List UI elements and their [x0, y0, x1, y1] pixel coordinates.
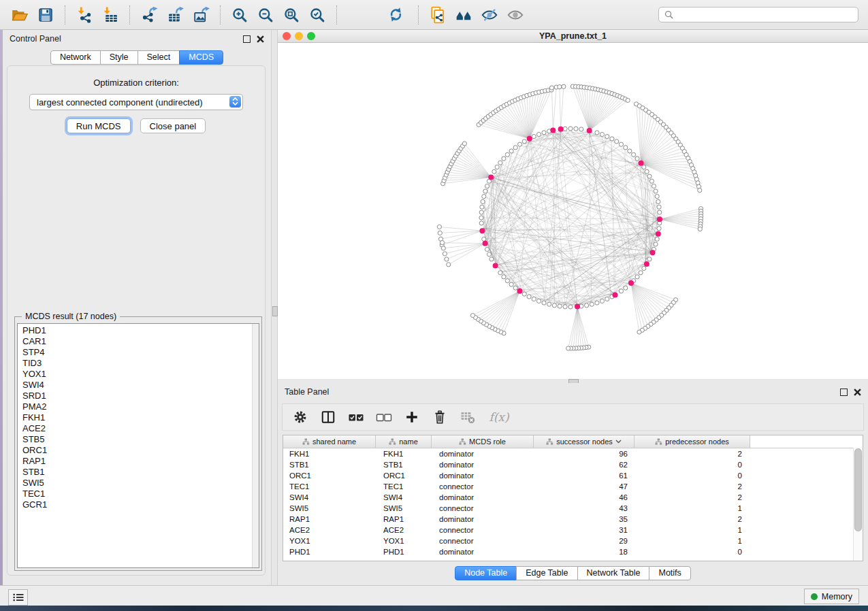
- mcds-node[interactable]: [488, 175, 494, 180]
- mcds-node[interactable]: [628, 280, 634, 286]
- mcds-node[interactable]: [550, 128, 556, 133]
- show-columns-button[interactable]: [320, 409, 336, 425]
- network-node[interactable]: [513, 286, 517, 290]
- mcds-result-item[interactable]: SRD1: [22, 391, 259, 401]
- network-node[interactable]: [522, 292, 526, 296]
- network-node[interactable]: [628, 149, 632, 153]
- network-leaf-node[interactable]: [441, 246, 445, 250]
- table-cell[interactable]: dominator: [432, 461, 534, 469]
- mcds-node[interactable]: [613, 292, 618, 297]
- mcds-result-item[interactable]: TEC1: [22, 489, 259, 499]
- network-node[interactable]: [483, 189, 487, 193]
- network-node[interactable]: [632, 152, 636, 156]
- mcds-node[interactable]: [639, 161, 644, 166]
- close-panel-button-mcds[interactable]: Close panel: [140, 118, 206, 133]
- mcds-node[interactable]: [558, 127, 564, 132]
- table-cell[interactable]: ACE2: [283, 526, 376, 534]
- table-cell[interactable]: dominator: [432, 472, 534, 480]
- table-cell[interactable]: connector: [432, 526, 534, 534]
- network-node[interactable]: [657, 205, 661, 209]
- network-node[interactable]: [657, 227, 661, 231]
- result-scrollbar[interactable]: [252, 324, 259, 567]
- network-leaf-node[interactable]: [447, 263, 451, 267]
- network-node[interactable]: [579, 127, 583, 131]
- table-cell[interactable]: ACE2: [376, 526, 432, 534]
- network-node[interactable]: [498, 161, 502, 165]
- table-row[interactable]: YOX1YOX1connector291: [283, 535, 863, 546]
- column-header-predecessor-nodes[interactable]: predecessor nodes: [634, 435, 750, 448]
- table-cell[interactable]: 46: [534, 493, 634, 501]
- network-node[interactable]: [532, 297, 536, 301]
- network-node[interactable]: [479, 221, 483, 225]
- network-node[interactable]: [654, 242, 658, 246]
- network-node[interactable]: [482, 195, 486, 199]
- network-node[interactable]: [635, 275, 639, 279]
- close-panel-button[interactable]: [854, 389, 861, 396]
- import-network-button[interactable]: [74, 4, 95, 26]
- table-row[interactable]: STB1STB1dominator620: [283, 459, 863, 470]
- network-node[interactable]: [585, 303, 589, 308]
- mcds-node[interactable]: [650, 250, 656, 255]
- mcds-result-item[interactable]: STB1: [22, 467, 259, 478]
- destroy-table-button[interactable]: [460, 409, 476, 425]
- mcds-result-item[interactable]: STP4: [22, 347, 259, 358]
- share-document-button[interactable]: [428, 4, 448, 26]
- network-leaf-node[interactable]: [438, 231, 442, 235]
- mcds-node[interactable]: [657, 216, 662, 222]
- network-leaf-node[interactable]: [470, 313, 475, 317]
- tab-network-table[interactable]: Network Table: [577, 566, 650, 580]
- network-node[interactable]: [498, 271, 502, 275]
- table-row[interactable]: SWI4SWI4dominator462: [283, 492, 863, 503]
- mcds-result-item[interactable]: TID3: [22, 358, 259, 369]
- search-input[interactable]: [658, 7, 858, 22]
- network-node[interactable]: [605, 134, 609, 138]
- table-cell[interactable]: 2: [634, 482, 750, 491]
- splitter-handle[interactable]: [272, 306, 278, 316]
- mcds-result-item[interactable]: ACE2: [22, 423, 259, 434]
- network-node[interactable]: [563, 305, 567, 309]
- table-cell[interactable]: connector: [432, 537, 534, 545]
- mcds-result-item[interactable]: FKH1: [22, 412, 259, 423]
- network-node[interactable]: [542, 131, 546, 135]
- column-header-mcds-role[interactable]: MCDS role: [432, 435, 534, 448]
- network-node[interactable]: [642, 165, 646, 169]
- tab-mcds[interactable]: MCDS: [179, 50, 223, 65]
- network-node[interactable]: [647, 174, 652, 178]
- mcds-node[interactable]: [483, 241, 488, 246]
- delete-column-button[interactable]: [432, 409, 448, 425]
- network-node[interactable]: [479, 216, 483, 220]
- table-cell[interactable]: 0: [634, 461, 750, 469]
- network-node[interactable]: [487, 252, 491, 257]
- table-cell[interactable]: 62: [534, 461, 634, 469]
- network-canvas[interactable]: [278, 43, 868, 379]
- network-node[interactable]: [513, 146, 517, 150]
- table-cell[interactable]: dominator: [432, 493, 534, 501]
- mcds-node[interactable]: [493, 263, 498, 269]
- mcds-node[interactable]: [479, 228, 485, 233]
- table-cell[interactable]: RAP1: [283, 515, 376, 523]
- network-node[interactable]: [492, 169, 496, 174]
- mcds-result-item[interactable]: STB5: [22, 434, 259, 445]
- table-cell[interactable]: TEC1: [376, 482, 432, 491]
- network-leaf-node[interactable]: [626, 98, 630, 102]
- open-session-button[interactable]: [10, 4, 30, 26]
- float-panel-button[interactable]: [243, 35, 251, 43]
- tab-select[interactable]: Select: [138, 50, 180, 65]
- network-node[interactable]: [522, 139, 526, 144]
- mcds-result-item[interactable]: YOX1: [22, 369, 259, 380]
- network-node[interactable]: [605, 297, 609, 301]
- network-node[interactable]: [482, 237, 486, 241]
- table-cell[interactable]: FKH1: [376, 450, 432, 458]
- table-cell[interactable]: RAP1: [376, 515, 432, 523]
- hide-selected-button[interactable]: [479, 4, 500, 26]
- table-row[interactable]: PHD1PHD1dominator180: [283, 546, 863, 557]
- table-row[interactable]: FKH1FKH1dominator962: [283, 448, 863, 459]
- network-node[interactable]: [495, 165, 499, 169]
- network-node[interactable]: [610, 137, 614, 141]
- table-cell[interactable]: FKH1: [283, 450, 376, 458]
- table-cell[interactable]: dominator: [432, 515, 534, 523]
- network-node[interactable]: [624, 286, 628, 290]
- network-node[interactable]: [635, 156, 639, 161]
- table-cell[interactable]: SWI4: [283, 493, 376, 501]
- table-cell[interactable]: 2: [634, 450, 750, 458]
